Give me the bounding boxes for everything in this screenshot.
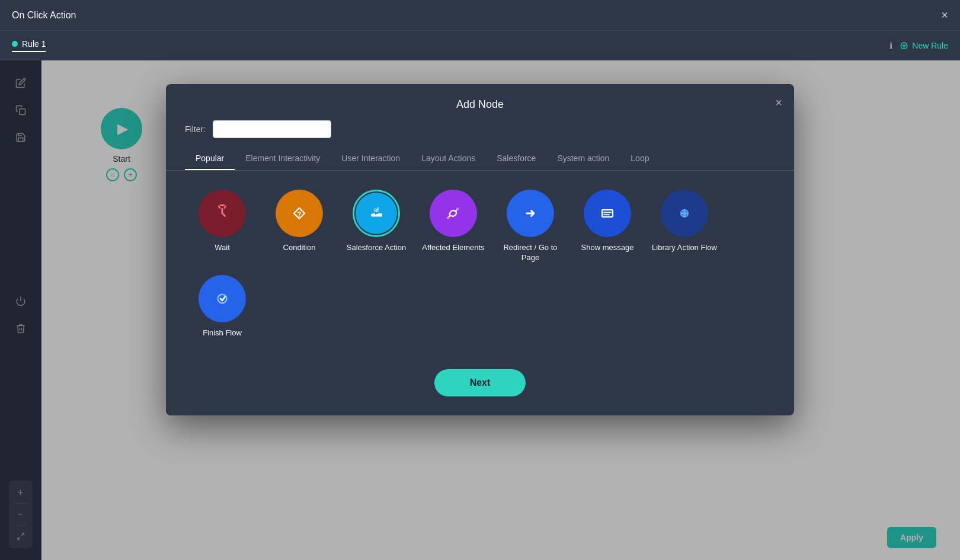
info-icon: ℹ <box>889 41 892 50</box>
affected-elements-label: Affected Elements <box>422 243 484 253</box>
node-salesforce[interactable]: sf Salesforce Action <box>344 190 409 263</box>
node-grid: Wait ? Condition <box>166 171 794 357</box>
modal-title: Add Node <box>456 98 504 111</box>
svg-rect-5 <box>220 204 225 206</box>
modal-close-button[interactable]: × <box>775 96 782 110</box>
filter-row: Filter: <box>166 120 794 148</box>
filter-input[interactable] <box>213 120 331 138</box>
wait-icon <box>199 190 246 237</box>
tabs-bar: Rule 1 ℹ ⊕ New Rule <box>0 31 960 60</box>
tab-layout-actions[interactable]: Layout Actions <box>411 148 486 170</box>
library-icon <box>661 190 708 237</box>
next-button[interactable]: Next <box>434 369 526 396</box>
add-node-modal: Add Node × Filter: Popular Element Inter… <box>166 84 794 415</box>
node-finish-flow[interactable]: Finish Flow <box>190 275 255 338</box>
node-library[interactable]: Library Action Flow <box>652 190 717 263</box>
new-rule-label: New Rule <box>912 41 948 50</box>
node-show-message[interactable]: Show message <box>575 190 640 263</box>
rule-tab-label: Rule 1 <box>22 39 46 49</box>
library-label: Library Action Flow <box>652 243 717 253</box>
top-bar-close-button[interactable]: × <box>941 8 948 22</box>
main-area: + − ▶ Start ○ + Apply <box>0 60 960 560</box>
modal-header: Add Node × <box>166 84 794 120</box>
new-rule-button[interactable]: ⊕ New Rule <box>900 39 948 52</box>
node-condition[interactable]: ? Condition <box>267 190 332 263</box>
svg-point-10 <box>456 207 459 210</box>
tab-popular[interactable]: Popular <box>185 148 235 170</box>
app-title: On Click Action <box>12 10 76 21</box>
show-message-icon <box>584 190 631 237</box>
filter-label: Filter: <box>185 124 206 134</box>
finish-flow-icon <box>199 275 246 322</box>
tab-system-action[interactable]: System action <box>546 148 620 170</box>
node-wait[interactable]: Wait <box>190 190 255 263</box>
modal-overlay: Add Node × Filter: Popular Element Inter… <box>0 60 960 560</box>
salesforce-icon: sf <box>353 190 400 237</box>
top-bar: On Click Action × <box>0 0 960 31</box>
tab-loop[interactable]: Loop <box>620 148 660 170</box>
affected-elements-icon <box>430 190 477 237</box>
rule-dot <box>12 41 18 47</box>
modal-footer: Next <box>166 357 794 415</box>
svg-point-19 <box>215 290 231 306</box>
svg-text:?: ? <box>297 210 301 219</box>
show-message-label: Show message <box>581 243 634 253</box>
node-affected-elements[interactable]: Affected Elements <box>421 190 486 263</box>
salesforce-label: Salesforce Action <box>347 243 406 253</box>
wait-label: Wait <box>215 243 230 253</box>
new-rule-plus-icon: ⊕ <box>900 39 908 52</box>
finish-flow-label: Finish Flow <box>203 328 242 338</box>
tab-user-interaction[interactable]: User Interaction <box>331 148 411 170</box>
tab-salesforce[interactable]: Salesforce <box>486 148 546 170</box>
rule-tab[interactable]: Rule 1 <box>12 39 46 52</box>
modal-tabs: Popular Element Interactivity User Inter… <box>166 148 794 171</box>
condition-icon: ? <box>276 190 323 237</box>
redirect-icon <box>507 190 554 237</box>
condition-label: Condition <box>283 243 316 253</box>
svg-point-11 <box>447 216 450 219</box>
tabs-bar-right: ℹ ⊕ New Rule <box>889 39 948 52</box>
tab-element-interactivity[interactable]: Element Interactivity <box>235 148 331 170</box>
redirect-label: Redirect / Go to Page <box>498 243 563 263</box>
node-redirect[interactable]: Redirect / Go to Page <box>498 190 563 263</box>
